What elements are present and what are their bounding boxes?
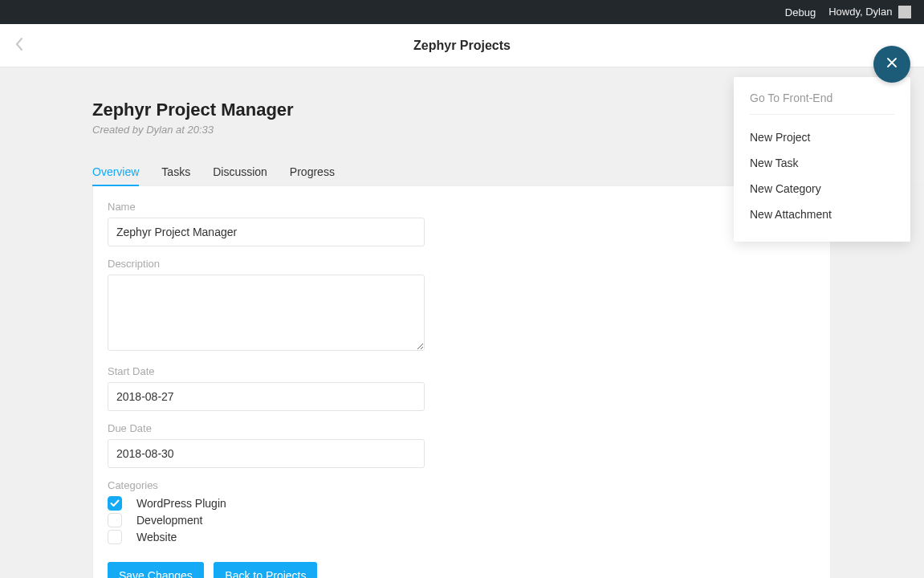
category-label: Development — [136, 514, 203, 527]
page-header: Zephyr Projects — [0, 24, 924, 67]
header-title: Zephyr Projects — [0, 39, 924, 53]
form-actions: Save Changes Back to Projects — [108, 562, 816, 578]
tab-tasks[interactable]: Tasks — [161, 159, 190, 186]
category-checkbox-website[interactable] — [108, 530, 122, 544]
category-label: Website — [136, 531, 177, 543]
avatar — [898, 6, 911, 18]
category-row: Development — [108, 513, 816, 527]
categories-label: Categories — [108, 479, 816, 491]
due-date-input[interactable] — [108, 439, 425, 468]
due-date-label: Due Date — [108, 422, 816, 434]
start-date-input[interactable] — [108, 382, 425, 411]
description-label: Description — [108, 258, 816, 270]
admin-bar: Debug Howdy, Dylan — [0, 0, 924, 24]
back-chevron-icon[interactable] — [14, 37, 24, 55]
user-greeting[interactable]: Howdy, Dylan — [822, 6, 918, 19]
tab-progress[interactable]: Progress — [290, 159, 335, 186]
fab-dropdown-menu: Go To Front-End New Project New Task New… — [734, 77, 910, 242]
dropdown-item-new-task[interactable]: New Task — [750, 150, 894, 176]
overview-panel: Name Description Start Date Due Date Cat… — [92, 186, 831, 578]
tab-discussion[interactable]: Discussion — [213, 159, 267, 186]
save-changes-button[interactable]: Save Changes — [108, 562, 204, 578]
dropdown-header-link[interactable]: Go To Front-End — [750, 92, 894, 115]
category-checkbox-wordpress-plugin[interactable] — [108, 496, 122, 511]
category-row: Website — [108, 530, 816, 544]
description-input[interactable] — [108, 275, 425, 351]
category-row: WordPress Plugin — [108, 496, 816, 511]
fab-close-button[interactable] — [873, 46, 910, 83]
greeting-text: Howdy, Dylan — [828, 6, 892, 18]
debug-link[interactable]: Debug — [779, 6, 822, 18]
category-checkbox-development[interactable] — [108, 513, 122, 527]
check-icon — [110, 496, 120, 511]
start-date-label: Start Date — [108, 365, 816, 377]
name-input[interactable] — [108, 218, 425, 246]
tab-overview[interactable]: Overview — [92, 159, 139, 186]
dropdown-item-new-attachment[interactable]: New Attachment — [750, 201, 894, 227]
dropdown-item-new-category[interactable]: New Category — [750, 176, 894, 201]
name-label: Name — [108, 201, 816, 213]
close-icon — [885, 56, 898, 72]
back-to-projects-button[interactable]: Back to Projects — [214, 562, 317, 578]
category-label: WordPress Plugin — [136, 497, 226, 510]
dropdown-item-new-project[interactable]: New Project — [750, 124, 894, 150]
